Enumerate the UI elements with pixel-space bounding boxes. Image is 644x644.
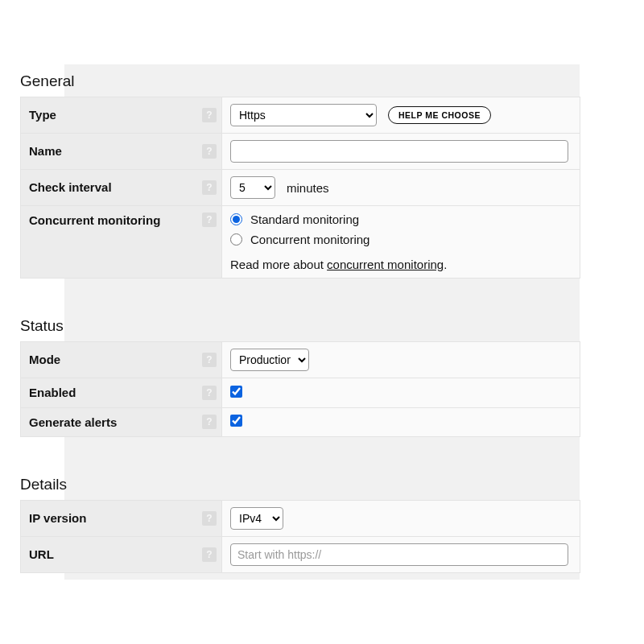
section-title-general: General — [20, 72, 580, 90]
form-content: General Type ? Https HELP ME CHOOSE — [20, 72, 580, 573]
ctrl-generate-alerts — [222, 407, 580, 437]
help-icon[interactable]: ? — [202, 353, 217, 367]
generate-alerts-checkbox[interactable] — [230, 415, 242, 427]
ip-version-select[interactable]: IPv4 — [230, 507, 283, 530]
label-enabled: Enabled ? — [21, 378, 222, 408]
label-generate-alerts: Generate alerts ? — [21, 407, 222, 437]
concurrent-monitoring-link[interactable]: concurrent monitoring — [327, 258, 444, 271]
type-select[interactable]: Https — [230, 104, 377, 126]
section-general: General Type ? Https HELP ME CHOOSE — [20, 72, 580, 279]
table-details: IP version ? IPv4 URL ? — [20, 500, 580, 573]
radio-row-standard[interactable]: Standard monitoring — [230, 213, 572, 226]
section-details: Details IP version ? IPv4 URL ? — [20, 476, 580, 573]
section-title-status: Status — [20, 317, 580, 335]
radio-row-concurrent[interactable]: Concurrent monitoring — [230, 233, 572, 246]
help-icon[interactable]: ? — [202, 386, 217, 400]
label-mode: Mode ? — [21, 342, 222, 378]
help-icon[interactable]: ? — [202, 511, 217, 526]
ctrl-mode: Production — [222, 342, 580, 378]
table-general: Type ? Https HELP ME CHOOSE Name ? — [20, 97, 580, 279]
help-icon[interactable]: ? — [202, 213, 217, 227]
enabled-checkbox[interactable] — [230, 386, 242, 398]
radio-label-concurrent: Concurrent monitoring — [250, 233, 369, 246]
ctrl-name — [222, 134, 580, 170]
label-url: URL ? — [21, 537, 222, 573]
help-icon[interactable]: ? — [202, 547, 217, 562]
help-icon[interactable]: ? — [202, 180, 217, 195]
label-ip-version: IP version ? — [21, 501, 222, 537]
ctrl-url — [222, 537, 580, 573]
section-title-details: Details — [20, 476, 580, 493]
check-interval-select[interactable]: 5 — [230, 176, 275, 199]
interval-unit-label: minutes — [287, 181, 329, 195]
mode-select[interactable]: Production — [230, 349, 309, 371]
radio-label-standard: Standard monitoring — [250, 213, 359, 226]
radio-concurrent-monitoring[interactable] — [230, 233, 242, 246]
label-name: Name ? — [21, 134, 222, 170]
ctrl-ip-version: IPv4 — [222, 501, 580, 537]
table-status: Mode ? Production Enabled ? — [20, 341, 580, 437]
readmore-text: Read more about concurrent monitoring. — [230, 258, 572, 271]
ctrl-type: Https HELP ME CHOOSE — [222, 97, 580, 134]
ctrl-enabled — [222, 378, 580, 408]
label-concurrent-monitoring: Concurrent monitoring ? — [21, 206, 222, 279]
url-input[interactable] — [230, 543, 568, 566]
ctrl-check-interval: 5 minutes — [222, 170, 580, 206]
radio-standard-monitoring[interactable] — [230, 213, 242, 225]
help-icon[interactable]: ? — [202, 108, 217, 122]
label-check-interval: Check interval ? — [21, 170, 222, 206]
ctrl-concurrent-monitoring: Standard monitoring Concurrent monitorin… — [222, 206, 580, 279]
help-me-choose-button[interactable]: HELP ME CHOOSE — [388, 106, 491, 124]
section-status: Status Mode ? Production Enabled ? — [20, 317, 580, 437]
label-type: Type ? — [21, 97, 222, 134]
help-icon[interactable]: ? — [202, 144, 217, 159]
help-icon[interactable]: ? — [202, 415, 217, 429]
name-input[interactable] — [230, 140, 568, 163]
